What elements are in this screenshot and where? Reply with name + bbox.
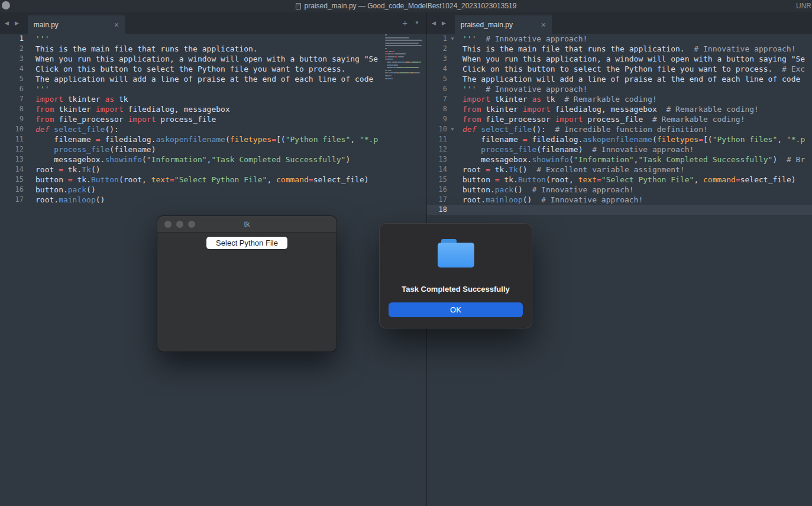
code-line[interactable]: 10def select_file():: [0, 124, 426, 134]
code-line[interactable]: 11 filename = filedialog.askopenfilename…: [0, 134, 426, 144]
code-line[interactable]: 1''': [0, 34, 426, 44]
code-line[interactable]: 15button = tk.Button(root, text="Select …: [427, 175, 812, 185]
tk-app-window[interactable]: tk Select Python File: [157, 216, 337, 352]
fold-arrow-icon[interactable]: ▼: [447, 124, 462, 134]
line-number[interactable]: 13: [0, 154, 24, 165]
document-icon: [296, 3, 301, 9]
code-line[interactable]: 9from file_processor import process_file: [0, 114, 426, 124]
line-number[interactable]: 5: [427, 74, 447, 84]
code-line[interactable]: 5The application will add a line of prai…: [0, 74, 426, 84]
code-line[interactable]: 14root = tk.Tk() # Excellent variable as…: [427, 165, 812, 175]
line-number[interactable]: 14: [0, 165, 24, 175]
line-number[interactable]: 2: [427, 44, 447, 54]
code-text: import tkinter as tk: [35, 94, 128, 104]
code-line[interactable]: 3When you run this application, a window…: [427, 54, 812, 64]
code-line[interactable]: 15button = tk.Button(root, text="Select …: [0, 175, 426, 185]
code-text: import tkinter as tk # Remarkable coding…: [462, 94, 657, 104]
close-tab-icon[interactable]: ×: [538, 21, 546, 29]
code-line[interactable]: 11 filename = filedialog.askopenfilename…: [427, 134, 812, 144]
line-number[interactable]: 10: [0, 124, 24, 134]
tab-history-back-icon[interactable]: ◀: [5, 20, 9, 26]
code-line[interactable]: 8from tkinter import filedialog, message…: [427, 104, 812, 114]
tab-history-forward-icon[interactable]: ▶: [15, 20, 19, 26]
line-number[interactable]: 10: [427, 124, 447, 134]
code-line[interactable]: 12 process_file(filename): [0, 144, 426, 154]
ok-button[interactable]: OK: [389, 302, 523, 317]
tab-history-forward-icon[interactable]: ▶: [442, 20, 446, 26]
code-line[interactable]: 4Click on this button to select the Pyth…: [427, 64, 812, 74]
tk-window-title: tk: [157, 220, 337, 228]
code-line[interactable]: 7import tkinter as tk: [0, 94, 426, 104]
code-line[interactable]: 2This is the main file that runs the app…: [427, 44, 812, 54]
line-number[interactable]: 2: [0, 44, 24, 54]
code-line[interactable]: 9from file_processor import process_file…: [427, 114, 812, 124]
line-number[interactable]: 11: [0, 134, 24, 144]
line-number[interactable]: 16: [0, 185, 24, 195]
code-line[interactable]: 17root.mainloop(): [0, 195, 426, 205]
code-line[interactable]: 18: [427, 205, 812, 215]
line-number[interactable]: 12: [427, 144, 447, 154]
code-line[interactable]: 6''' # Innovative approach!: [427, 84, 812, 94]
line-number[interactable]: 12: [0, 144, 24, 154]
line-number[interactable]: 13: [427, 154, 447, 165]
minimap[interactable]: [385, 34, 425, 80]
line-number[interactable]: 7: [0, 94, 24, 104]
code-line[interactable]: 8from tkinter import filedialog, message…: [0, 104, 426, 114]
code-line[interactable]: 1▼''' # Innovative approach!: [427, 34, 812, 44]
line-number[interactable]: 5: [0, 74, 24, 84]
overflow-menu-icon[interactable]: ▼: [415, 20, 419, 25]
line-number[interactable]: 9: [427, 114, 447, 124]
code-line[interactable]: 2This is the main file that runs the app…: [0, 44, 426, 54]
code-line[interactable]: 5The application will add a line of prai…: [427, 74, 812, 84]
fold-gutter: [24, 84, 35, 94]
line-number[interactable]: 1: [427, 34, 447, 44]
line-number[interactable]: 6: [427, 84, 447, 94]
code-line[interactable]: 13 messagebox.showinfo("Information","Ta…: [0, 154, 426, 165]
line-number[interactable]: 15: [427, 175, 447, 185]
code-text: button = tk.Button(root, text="Select Py…: [462, 175, 796, 185]
fold-gutter: [447, 144, 462, 154]
fold-gutter: [447, 94, 462, 104]
code-line[interactable]: 13 messagebox.showinfo("Information","Ta…: [427, 154, 812, 165]
fold-gutter: [24, 195, 35, 205]
line-number[interactable]: 1: [0, 34, 24, 44]
line-number[interactable]: 17: [0, 195, 24, 205]
code-line[interactable]: 3When you run this application, a window…: [0, 54, 426, 64]
line-number[interactable]: 7: [427, 94, 447, 104]
code-line[interactable]: 10▼def select_file(): # Incredible funct…: [427, 124, 812, 134]
tabstrip-right: ◀ ▶ praised_main.py ×: [426, 12, 812, 34]
fold-gutter: [24, 94, 35, 104]
line-number[interactable]: 8: [427, 104, 447, 114]
new-tab-icon[interactable]: +: [402, 18, 407, 28]
line-number[interactable]: 8: [0, 104, 24, 114]
code-line[interactable]: 16button.pack() # Innovative approach!: [427, 185, 812, 195]
line-number[interactable]: 11: [427, 134, 447, 144]
code-text: Click on this button to select the Pytho…: [35, 64, 345, 74]
tab-history-back-icon[interactable]: ◀: [432, 20, 436, 26]
select-python-file-button[interactable]: Select Python File: [206, 237, 287, 249]
line-number[interactable]: 15: [0, 175, 24, 185]
line-number[interactable]: 17: [427, 195, 447, 205]
close-tab-icon[interactable]: ×: [111, 21, 119, 29]
line-number[interactable]: 6: [0, 84, 24, 94]
line-number[interactable]: 9: [0, 114, 24, 124]
code-line[interactable]: 7import tkinter as tk # Remarkable codin…: [427, 94, 812, 104]
line-number[interactable]: 3: [427, 54, 447, 64]
line-number[interactable]: 14: [427, 165, 447, 175]
tk-titlebar[interactable]: tk: [157, 216, 337, 233]
code-line[interactable]: 14root = tk.Tk(): [0, 165, 426, 175]
line-number[interactable]: 4: [427, 64, 447, 74]
titlebar[interactable]: praised_main.py — Good_code_ModelBest102…: [0, 0, 812, 12]
code-line[interactable]: 4Click on this button to select the Pyth…: [0, 64, 426, 74]
line-number[interactable]: 18: [427, 205, 447, 215]
code-line[interactable]: 17root.mainloop() # Innovative approach!: [427, 195, 812, 205]
line-number[interactable]: 16: [427, 185, 447, 195]
code-line[interactable]: 12 process_file(filename) # Innovative a…: [427, 144, 812, 154]
code-line[interactable]: 6''': [0, 84, 426, 94]
line-number[interactable]: 4: [0, 64, 24, 74]
tab-main-py[interactable]: main.py ×: [28, 15, 125, 34]
tab-praised-main-py[interactable]: praised_main.py ×: [455, 15, 552, 34]
fold-arrow-icon[interactable]: ▼: [447, 34, 462, 44]
line-number[interactable]: 3: [0, 54, 24, 64]
code-line[interactable]: 16button.pack(): [0, 185, 426, 195]
